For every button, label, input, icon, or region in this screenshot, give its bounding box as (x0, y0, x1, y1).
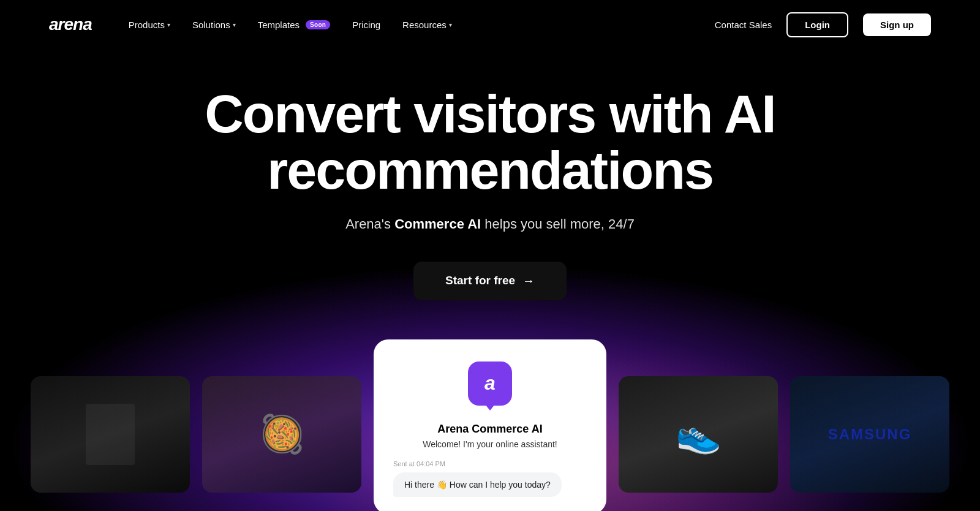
product-image-samsung: SAMSUNG (790, 376, 949, 493)
card-row: a Arena Commerce AI Welcome! I'm your on… (0, 339, 980, 511)
product-image-shoe (619, 376, 778, 493)
cta-label: Start for free (445, 274, 515, 287)
logo[interactable]: arena (49, 15, 92, 34)
chat-bubble: Hi there 👋 How can I help you today? (393, 472, 562, 497)
navbar: arena Products ▾ Solutions ▾ Templates S… (0, 0, 980, 49)
hero-subtitle-end: helps you sell more, 24/7 (481, 216, 635, 232)
nav-label-products: Products (129, 20, 165, 30)
contact-sales-link[interactable]: Contact Sales (715, 20, 772, 30)
nav-item-products[interactable]: Products ▾ (129, 20, 170, 30)
logo-text: arena (49, 15, 92, 34)
soon-badge: Soon (306, 20, 330, 29)
shoe-image (619, 376, 778, 493)
login-button[interactable]: Login (786, 12, 848, 37)
nav-item-resources[interactable]: Resources ▾ (402, 20, 452, 30)
product-image-pot (202, 376, 361, 493)
chat-card-subtitle: Welcome! I'm your online assistant! (423, 439, 557, 449)
start-for-free-button[interactable]: Start for free → (413, 262, 567, 300)
chat-icon-letter: a (484, 372, 496, 395)
nav-item-pricing[interactable]: Pricing (352, 20, 380, 30)
hero-content: Convert visitors with AI recommendations… (184, 86, 796, 339)
hero-section: Convert visitors with AI recommendations… (0, 49, 980, 511)
nav-item-solutions[interactable]: Solutions ▾ (192, 20, 236, 30)
pot-image (202, 376, 361, 493)
hero-subtitle: Arena's Commerce AI helps you sell more,… (184, 216, 796, 232)
samsung-image: SAMSUNG (790, 376, 949, 493)
nav-label-templates: Templates (258, 20, 300, 30)
samsung-text: SAMSUNG (828, 426, 912, 443)
shirt-image (31, 376, 190, 493)
arrow-icon: → (522, 274, 535, 288)
nav-label-solutions: Solutions (192, 20, 230, 30)
nav-links: Products ▾ Solutions ▾ Templates Soon Pr… (129, 20, 715, 30)
hero-title: Convert visitors with AI recommendations (184, 86, 796, 199)
chat-timestamp: Sent at 04:04 PM (393, 460, 445, 467)
chat-card-title: Arena Commerce AI (437, 423, 542, 436)
hero-subtitle-plain: Arena's (345, 216, 394, 232)
nav-label-resources: Resources (402, 20, 447, 30)
product-image-shirt (31, 376, 190, 493)
nav-right: Contact Sales Login Sign up (715, 12, 931, 37)
chevron-down-icon: ▾ (449, 21, 452, 28)
chat-card: a Arena Commerce AI Welcome! I'm your on… (374, 339, 606, 511)
chat-icon: a (468, 361, 512, 406)
signup-button[interactable]: Sign up (863, 13, 931, 36)
nav-item-templates[interactable]: Templates Soon (258, 20, 331, 30)
hero-subtitle-bold: Commerce AI (394, 216, 481, 232)
nav-label-pricing: Pricing (352, 20, 380, 30)
chevron-down-icon: ▾ (167, 21, 170, 28)
chevron-down-icon: ▾ (233, 21, 236, 28)
